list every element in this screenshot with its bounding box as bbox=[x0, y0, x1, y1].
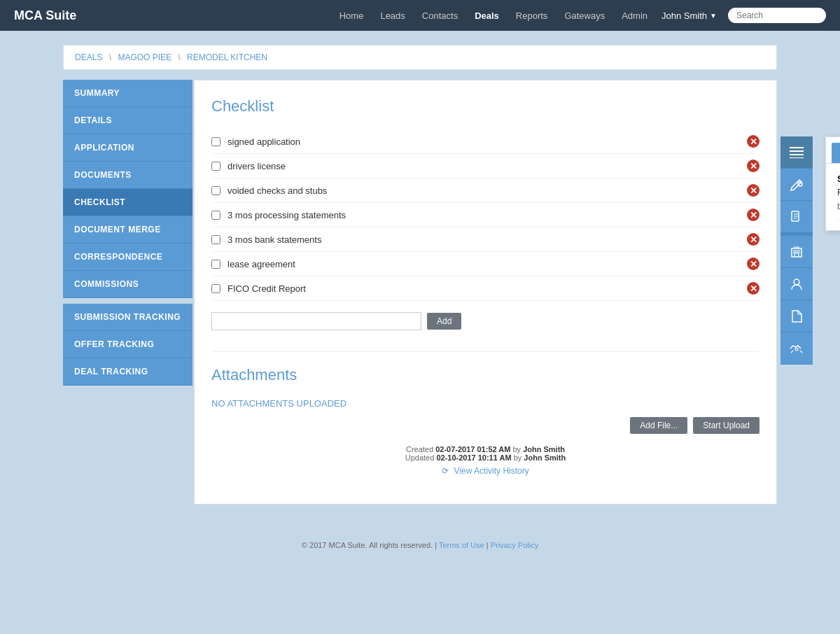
remove-btn-5[interactable]: ✕ bbox=[747, 258, 760, 270]
content-wrapper: SUMMARY DETAILS APPLICATION DOCUMENTS CH… bbox=[63, 80, 777, 505]
note-status-label: Status: bbox=[837, 174, 840, 184]
top-nav: MCA Suite Home Leads Contacts Deals Repo… bbox=[0, 0, 840, 31]
add-file-button[interactable]: Add File... bbox=[630, 417, 687, 434]
sidebar-item-offer-tracking[interactable]: OFFER TRACKING bbox=[63, 331, 192, 358]
remove-btn-4[interactable]: ✕ bbox=[747, 233, 760, 246]
sidebar-item-commissions[interactable]: COMMISSIONS bbox=[63, 271, 192, 298]
checklist-label-3: 3 mos processing statements bbox=[227, 210, 747, 220]
svg-rect-0 bbox=[790, 147, 804, 148]
view-history-link[interactable]: ⟳ View Activity History bbox=[223, 466, 748, 476]
user-name: John Smith bbox=[662, 10, 707, 21]
svg-rect-6 bbox=[792, 248, 802, 257]
checklist-item: drivers license ✕ bbox=[211, 154, 760, 178]
copyright-text: © 2017 MCA Suite. All rights reserved. | bbox=[302, 541, 437, 549]
nav-deals[interactable]: Deals bbox=[475, 10, 499, 21]
checklist-item: voided checks and stubs ✕ bbox=[211, 178, 760, 203]
search-input[interactable] bbox=[728, 8, 826, 23]
checklist-checkbox-3[interactable] bbox=[211, 211, 220, 220]
checklist-item: lease agreement ✕ bbox=[211, 252, 760, 276]
brand-logo: MCA Suite bbox=[14, 8, 76, 23]
breadcrumb-deals[interactable]: DEALS bbox=[75, 52, 102, 62]
sidebar-item-summary[interactable]: SUMMARY bbox=[63, 80, 192, 107]
remove-btn-6[interactable]: ✕ bbox=[747, 282, 760, 295]
toolbar-building-icon[interactable] bbox=[780, 236, 813, 268]
toolbar-list-icon[interactable] bbox=[780, 136, 813, 169]
toolbar-edit-icon[interactable] bbox=[780, 169, 813, 201]
nav-admin[interactable]: Admin bbox=[622, 10, 648, 21]
nav-leads[interactable]: Leads bbox=[380, 10, 405, 21]
remove-btn-2[interactable]: ✕ bbox=[747, 184, 760, 197]
sidebar-item-correspondence[interactable]: CORRESPONDENCE bbox=[63, 244, 192, 271]
breadcrumb-sep1: \ bbox=[109, 52, 111, 62]
record-footer: Created 02-07-2017 01:52 AM by John Smit… bbox=[211, 434, 760, 487]
sidebar: SUMMARY DETAILS APPLICATION DOCUMENTS CH… bbox=[63, 80, 192, 505]
notes-panel: Notes Tasks Status: New Follow up on doc… bbox=[825, 136, 840, 231]
checklist-label-5: lease agreement bbox=[227, 259, 747, 269]
toolbar-file-icon[interactable] bbox=[780, 300, 813, 332]
checklist-item: signed application ✕ bbox=[211, 129, 760, 154]
checklist-checkbox-0[interactable] bbox=[211, 137, 220, 146]
note-by-label: by bbox=[837, 202, 840, 211]
nav-gateways[interactable]: Gateways bbox=[564, 10, 605, 21]
terms-link[interactable]: Terms of Use bbox=[439, 541, 484, 549]
checklist-checkbox-2[interactable] bbox=[211, 186, 220, 195]
sidebar-item-documents[interactable]: DOCUMENTS bbox=[63, 162, 192, 189]
main-container: DEALS \ MAGOO PIEE \ REMODEL KITCHEN SUM… bbox=[49, 31, 791, 519]
no-attachments-text: NO ATTACHMENTS UPLOADED bbox=[211, 398, 760, 409]
tab-notes[interactable]: Notes bbox=[832, 143, 840, 163]
attachments-section: Attachments NO ATTACHMENTS UPLOADED Add … bbox=[211, 351, 760, 434]
checklist-label-1: drivers license bbox=[227, 161, 747, 171]
nav-links: Home Leads Contacts Deals Reports Gatewa… bbox=[340, 10, 648, 21]
checklist-checkbox-6[interactable] bbox=[211, 284, 220, 293]
svg-point-10 bbox=[795, 348, 798, 351]
breadcrumb-sep2: \ bbox=[178, 52, 180, 62]
svg-rect-2 bbox=[790, 154, 804, 155]
updated-date: 02-10-2017 10:11 AM bbox=[436, 453, 511, 462]
created-by: John Smith bbox=[523, 445, 565, 453]
checklist-checkbox-5[interactable] bbox=[211, 260, 220, 269]
note-footer: by John Smith on 02-10-2017 10:11 AM ✕ bbox=[837, 200, 840, 213]
svg-rect-1 bbox=[790, 150, 804, 152]
add-item-row: Add bbox=[211, 312, 760, 330]
toolbar-person-icon[interactable] bbox=[780, 268, 813, 300]
checklist-checkbox-1[interactable] bbox=[211, 162, 220, 171]
nav-reports[interactable]: Reports bbox=[516, 10, 548, 21]
remove-btn-3[interactable]: ✕ bbox=[747, 209, 760, 221]
breadcrumb: DEALS \ MAGOO PIEE \ REMODEL KITCHEN bbox=[63, 45, 777, 70]
breadcrumb-current: REMODEL KITCHEN bbox=[187, 52, 267, 62]
nav-home[interactable]: Home bbox=[340, 10, 364, 21]
nav-contacts[interactable]: Contacts bbox=[422, 10, 458, 21]
attachment-buttons: Add File... Start Upload bbox=[211, 417, 760, 434]
add-item-button[interactable]: Add bbox=[427, 313, 461, 330]
updated-by: John Smith bbox=[524, 453, 566, 462]
updated-label: Updated bbox=[405, 453, 435, 462]
updated-info: Updated 02-10-2017 10:11 AM by John Smit… bbox=[223, 453, 748, 462]
svg-rect-7 bbox=[794, 251, 796, 253]
checklist-checkbox-4[interactable] bbox=[211, 235, 220, 244]
user-caret-icon: ▼ bbox=[710, 12, 717, 20]
checklist-item: 3 mos bank statements ✕ bbox=[211, 227, 760, 252]
user-menu[interactable]: John Smith ▼ bbox=[662, 10, 717, 21]
sidebar-item-document-merge[interactable]: DOCUMENT MERGE bbox=[63, 216, 192, 244]
icon-toolbar bbox=[780, 136, 813, 365]
remove-btn-1[interactable]: ✕ bbox=[747, 160, 760, 172]
page-footer: © 2017 MCA Suite. All rights reserved. |… bbox=[0, 530, 840, 561]
notes-tabs: Notes Tasks bbox=[826, 137, 840, 164]
start-upload-button[interactable]: Start Upload bbox=[693, 417, 760, 434]
svg-point-9 bbox=[794, 279, 799, 285]
sidebar-item-details[interactable]: DETAILS bbox=[63, 107, 192, 134]
main-panel: Checklist signed application ✕ drivers l… bbox=[194, 80, 777, 505]
sidebar-item-submission-tracking[interactable]: SUBMISSION TRACKING bbox=[63, 304, 192, 331]
sidebar-item-checklist[interactable]: CHECKLIST bbox=[63, 189, 192, 216]
created-by-label: by bbox=[512, 445, 523, 453]
sidebar-item-deal-tracking[interactable]: DEAL TRACKING bbox=[63, 358, 192, 386]
checklist-label-4: 3 mos bank statements bbox=[227, 234, 747, 245]
breadcrumb-contact[interactable]: MAGOO PIEE bbox=[118, 52, 172, 62]
privacy-link[interactable]: Privacy Policy bbox=[491, 541, 538, 549]
remove-btn-0[interactable]: ✕ bbox=[747, 135, 760, 148]
toolbar-handshake-icon[interactable] bbox=[780, 332, 813, 365]
add-item-input[interactable] bbox=[211, 312, 421, 330]
checklist-list: signed application ✕ drivers license ✕ v… bbox=[211, 129, 760, 301]
toolbar-doc-icon[interactable] bbox=[780, 201, 813, 233]
sidebar-item-application[interactable]: APPLICATION bbox=[63, 134, 192, 162]
